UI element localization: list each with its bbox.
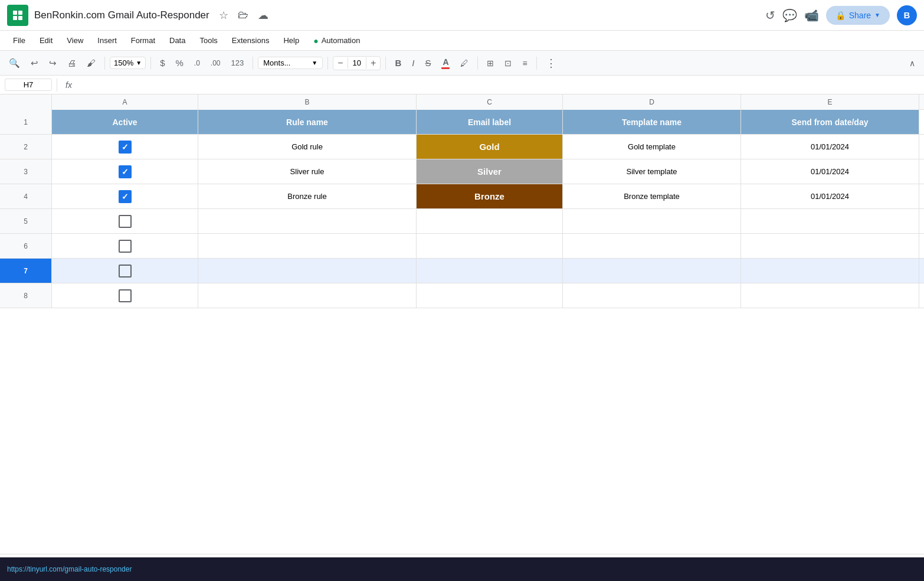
folder-icon[interactable]: 🗁	[238, 9, 248, 21]
font-selector[interactable]: Monts... ▼	[258, 57, 323, 69]
cell-rule-name-3[interactable]: Sliver rule	[198, 159, 417, 184]
row-number[interactable]: 8	[0, 283, 52, 308]
cell-email-label-2[interactable]: Gold	[417, 135, 563, 159]
number-format-button[interactable]: 123	[227, 56, 248, 70]
redo-button[interactable]: ↪	[45, 56, 61, 71]
font-size-decrease-button[interactable]: −	[333, 57, 347, 70]
cell-template-name-4[interactable]: Bronze template	[563, 184, 741, 208]
cell-active-7[interactable]	[52, 259, 198, 283]
cell-rule-name-8[interactable]	[198, 283, 417, 308]
cell-send-from-4[interactable]: 01/01/2024	[741, 184, 919, 208]
cell-template-name-7[interactable]	[563, 259, 741, 283]
header-cell-email-label[interactable]: Email label	[417, 110, 563, 134]
cell-template-name-2[interactable]: Gold template	[563, 135, 741, 159]
menu-extensions[interactable]: Extensions	[226, 34, 276, 47]
cell-email-label-3[interactable]: Silver	[417, 159, 563, 184]
cell-active-5[interactable]	[52, 209, 198, 233]
cell-email-label-5[interactable]	[417, 209, 563, 233]
cell-send-from-7[interactable]	[741, 259, 919, 283]
checkbox[interactable]	[119, 190, 132, 203]
row-number[interactable]: 7	[0, 259, 52, 283]
cell-active-3[interactable]	[52, 159, 198, 184]
star-icon[interactable]: ☆	[219, 9, 228, 22]
menu-tools[interactable]: Tools	[194, 34, 223, 47]
menu-edit[interactable]: Edit	[34, 34, 58, 47]
cell-active-2[interactable]	[52, 135, 198, 159]
row-number[interactable]: 5	[0, 209, 52, 233]
undo-button[interactable]: ↩	[27, 56, 42, 71]
menu-format[interactable]: Format	[125, 34, 161, 47]
formula-input[interactable]	[80, 80, 919, 89]
checkbox[interactable]	[119, 240, 132, 253]
menu-insert[interactable]: Insert	[91, 34, 123, 47]
strikethrough-button[interactable]: S	[421, 56, 435, 70]
decimal-decrease-button[interactable]: .0	[190, 57, 204, 70]
menu-help[interactable]: Help	[277, 34, 305, 47]
merge-cells-button[interactable]: ⊡	[500, 57, 516, 70]
cell-reference-input[interactable]	[5, 79, 52, 91]
checkbox[interactable]	[119, 215, 132, 228]
bold-button[interactable]: B	[391, 56, 405, 70]
header-cell-template-name[interactable]: Template name	[563, 110, 741, 134]
cell-send-from-8[interactable]	[741, 283, 919, 308]
zoom-selector[interactable]: 150% ▼	[110, 57, 146, 69]
cell-rule-name-7[interactable]	[198, 259, 417, 283]
cell-email-label-8[interactable]	[417, 283, 563, 308]
automation-button[interactable]: ● Automation	[307, 34, 366, 48]
cell-template-name-5[interactable]	[563, 209, 741, 233]
row-number[interactable]: 3	[0, 159, 52, 184]
col-header-b[interactable]: B	[198, 94, 417, 110]
cell-active-6[interactable]	[52, 234, 198, 258]
cell-rule-name-4[interactable]: Bronze rule	[198, 184, 417, 208]
row-number[interactable]: 6	[0, 234, 52, 258]
checkbox[interactable]	[119, 141, 132, 154]
col-header-c[interactable]: C	[417, 94, 563, 110]
text-color-button[interactable]: A	[437, 55, 454, 71]
share-button[interactable]: 🔒 Share ▼	[826, 6, 890, 25]
search-button[interactable]: 🔍	[5, 56, 24, 71]
cell-template-name-8[interactable]	[563, 283, 741, 308]
checkbox[interactable]	[119, 165, 132, 178]
italic-button[interactable]: I	[408, 56, 418, 70]
cell-active-4[interactable]	[52, 184, 198, 208]
cell-rule-name-5[interactable]	[198, 209, 417, 233]
collapse-toolbar-button[interactable]: ∧	[905, 57, 919, 70]
cell-email-label-4[interactable]: Bronze	[417, 184, 563, 208]
row-number[interactable]: 4	[0, 184, 52, 208]
cell-template-name-3[interactable]: Silver template	[563, 159, 741, 184]
header-cell-send-from[interactable]: Send from date/day	[741, 110, 919, 134]
currency-button[interactable]: $	[156, 56, 169, 70]
row-number[interactable]: 2	[0, 135, 52, 159]
more-tools-button[interactable]: ⋮	[542, 55, 561, 71]
cell-send-from-2[interactable]: 01/01/2024	[741, 135, 919, 159]
decimal-increase-button[interactable]: .00	[207, 57, 225, 70]
cell-email-label-7[interactable]	[417, 259, 563, 283]
cell-rule-name-2[interactable]: Gold rule	[198, 135, 417, 159]
history-icon[interactable]: ↺	[765, 8, 775, 22]
cell-active-8[interactable]	[52, 283, 198, 308]
paint-format-button[interactable]: 🖌	[83, 56, 100, 70]
col-header-a[interactable]: A	[52, 94, 198, 110]
cell-email-label-6[interactable]	[417, 234, 563, 258]
col-header-e[interactable]: E	[741, 94, 919, 110]
header-cell-active[interactable]: Active	[52, 110, 198, 134]
menu-file[interactable]: File	[7, 34, 31, 47]
col-header-d[interactable]: D	[563, 94, 741, 110]
cell-send-from-3[interactable]: 01/01/2024	[741, 159, 919, 184]
checkbox[interactable]	[119, 265, 132, 278]
cell-rule-name-6[interactable]	[198, 234, 417, 258]
cloud-icon[interactable]: ☁	[258, 9, 268, 22]
avatar[interactable]: B	[897, 5, 917, 25]
meet-icon[interactable]: 📹	[804, 8, 819, 22]
row-number[interactable]: 1	[0, 110, 52, 134]
cell-template-name-6[interactable]	[563, 234, 741, 258]
align-button[interactable]: ≡	[518, 57, 531, 70]
print-button[interactable]: 🖨	[63, 56, 80, 70]
menu-data[interactable]: Data	[163, 34, 191, 47]
font-size-increase-button[interactable]: +	[366, 57, 380, 70]
cell-send-from-5[interactable]	[741, 209, 919, 233]
checkbox[interactable]	[119, 289, 132, 302]
header-cell-rule-name[interactable]: Rule name	[198, 110, 417, 134]
comment-icon[interactable]: 💬	[782, 8, 797, 22]
cell-send-from-6[interactable]	[741, 234, 919, 258]
